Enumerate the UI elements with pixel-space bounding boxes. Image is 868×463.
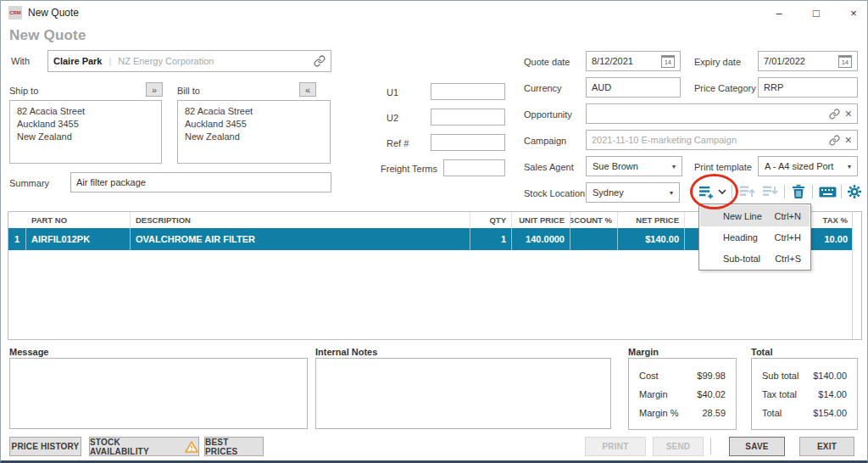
delete-line-button[interactable] — [790, 183, 807, 200]
currency-input[interactable]: AUD — [586, 77, 681, 98]
best-prices-button[interactable]: BEST PRICES — [204, 437, 264, 456]
stock-location-select[interactable]: Sydney ▾ — [586, 182, 680, 203]
price-category-label: Price Category — [694, 83, 756, 93]
button-divider — [710, 438, 711, 455]
column-header-description[interactable]: DESCRIPTION — [131, 212, 470, 228]
contact-name: Claire Park — [53, 56, 102, 66]
stock-availability-button[interactable]: STOCK AVAILABILITY — [89, 437, 199, 456]
freight-terms-input[interactable] — [443, 159, 505, 176]
unit-price-cell[interactable]: 140.0000 — [512, 228, 570, 250]
campaign-input[interactable]: 2021-11-10 E-marketing Campaign × — [586, 130, 858, 150]
column-header-part-no[interactable]: PART NO — [26, 212, 131, 228]
total-panel-title: Total — [751, 347, 772, 357]
chevron-down-icon: ▾ — [672, 163, 676, 170]
minimize-button[interactable]: – — [762, 1, 796, 25]
message-label: Message — [9, 347, 48, 357]
opportunity-label: Opportunity — [524, 109, 572, 120]
menu-item-new-line[interactable]: New Line Ctrl+N — [700, 205, 810, 226]
column-header-discount[interactable]: DISCOUNT % — [570, 212, 618, 228]
expiry-date-input[interactable]: 7/01/2022 14 — [758, 51, 858, 71]
expiry-date-label: Expiry date — [694, 57, 741, 67]
keyboard-icon[interactable] — [817, 183, 837, 200]
clear-icon[interactable]: × — [845, 108, 852, 120]
u1-label: U1 — [387, 87, 398, 98]
column-header-qty[interactable]: QTY — [470, 212, 512, 228]
net-price-cell[interactable]: $140.00 — [618, 228, 685, 250]
add-line-dropdown-chevron-icon[interactable] — [717, 183, 727, 200]
qty-cell[interactable]: 1 — [470, 228, 512, 250]
price-category-input[interactable]: RRP — [758, 77, 858, 98]
u2-label: U2 — [387, 113, 398, 123]
warning-icon — [185, 441, 198, 453]
calendar-icon[interactable]: 14 — [838, 55, 852, 68]
with-field[interactable]: Claire Park | NZ Energy Corporation — [47, 50, 331, 72]
discount-cell[interactable] — [570, 228, 618, 250]
with-label: With — [11, 56, 30, 66]
menu-item-label: Sub-total — [723, 254, 760, 264]
stock-location-label: Stock Location — [524, 188, 585, 198]
link-icon[interactable] — [829, 135, 840, 146]
print-template-select[interactable]: A - A4 sized Port ▾ — [758, 156, 858, 176]
row-label: Margin % — [639, 408, 678, 427]
stock-location-value: Sydney — [593, 187, 624, 198]
print-template-value: A - A4 sized Port — [765, 161, 833, 171]
page-title: New Quote — [9, 27, 86, 44]
button-label: STOCK AVAILABILITY — [90, 438, 180, 456]
app-icon: CRM — [8, 6, 22, 20]
print-button: PRINT — [585, 437, 646, 456]
link-icon[interactable] — [314, 55, 326, 67]
quote-date-input[interactable]: 8/12/2021 14 — [586, 51, 681, 71]
maximize-button[interactable]: □ — [799, 1, 833, 25]
toolbar-divider — [732, 185, 732, 198]
opportunity-input[interactable]: × — [586, 103, 858, 124]
price-history-button[interactable]: PRICE HISTORY — [9, 437, 81, 456]
description-cell[interactable]: OVALCHROME AIR FILTER — [131, 228, 470, 250]
column-header-net-price[interactable]: NET PRICE — [618, 212, 685, 228]
internal-notes-textarea[interactable] — [315, 358, 611, 429]
toolbar-divider — [812, 185, 813, 198]
ref-input[interactable] — [431, 134, 505, 151]
chevron-down-icon: ▾ — [670, 189, 673, 197]
row-value: $154.00 — [813, 408, 847, 427]
link-icon[interactable] — [829, 109, 840, 120]
clear-icon[interactable]: × — [845, 134, 852, 146]
table-scrollbar[interactable] — [852, 212, 861, 339]
u2-input[interactable] — [431, 109, 505, 126]
menu-item-shortcut: Ctrl+N — [775, 211, 801, 221]
save-button[interactable]: SAVE — [729, 437, 785, 456]
row-label: Sub total — [762, 371, 798, 389]
company-name: NZ Energy Corporation — [118, 56, 214, 66]
u1-input[interactable] — [431, 83, 505, 100]
menu-item-heading[interactable]: Heading Ctrl+H — [700, 226, 810, 248]
summary-input[interactable]: Air filter package — [70, 172, 331, 192]
calendar-icon[interactable]: 14 — [661, 55, 675, 68]
message-textarea[interactable] — [9, 358, 308, 429]
internal-notes-label: Internal Notes — [315, 347, 377, 357]
menu-item-shortcut: Ctrl+S — [775, 254, 801, 264]
window-title: New Quote — [28, 7, 79, 19]
toolbar-divider — [784, 185, 785, 198]
close-button[interactable]: × — [837, 1, 868, 25]
menu-item-sub-total[interactable]: Sub-total Ctrl+S — [700, 248, 810, 269]
ship-to-address[interactable]: 82 Acacia Street Auckland 3455 New Zeala… — [9, 100, 162, 164]
row-value: $14.00 — [818, 389, 847, 408]
copy-address-forward-button[interactable]: » — [146, 82, 163, 97]
column-header-unit-price[interactable]: UNIT PRICE — [512, 212, 570, 228]
part-no-cell[interactable]: AIRFIL012PK — [26, 228, 131, 250]
column-header[interactable] — [8, 212, 26, 228]
address-line: Auckland 3455 — [185, 118, 323, 131]
bill-to-address[interactable]: 82 Acacia Street Auckland 3455 New Zeala… — [177, 100, 331, 164]
add-line-button[interactable] — [698, 183, 715, 200]
campaign-value: 2021-11-10 E-marketing Campaign — [592, 135, 737, 145]
gear-icon[interactable] — [846, 183, 863, 200]
expiry-date-value: 7/01/2022 — [764, 56, 805, 66]
margin-panel: Cost $99.98 Margin $40.02 Margin % 28.59 — [628, 358, 737, 430]
move-line-down-button — [760, 183, 779, 200]
exit-button[interactable]: EXIT — [799, 437, 854, 456]
currency-value: AUD — [592, 82, 611, 92]
sales-agent-select[interactable]: Sue Brown ▾ — [586, 156, 682, 176]
quote-date-label: Quote date — [524, 57, 570, 67]
row-number-cell[interactable]: 1 — [8, 228, 26, 250]
print-template-label: Print template — [694, 162, 752, 172]
copy-address-back-button[interactable]: « — [299, 82, 316, 97]
